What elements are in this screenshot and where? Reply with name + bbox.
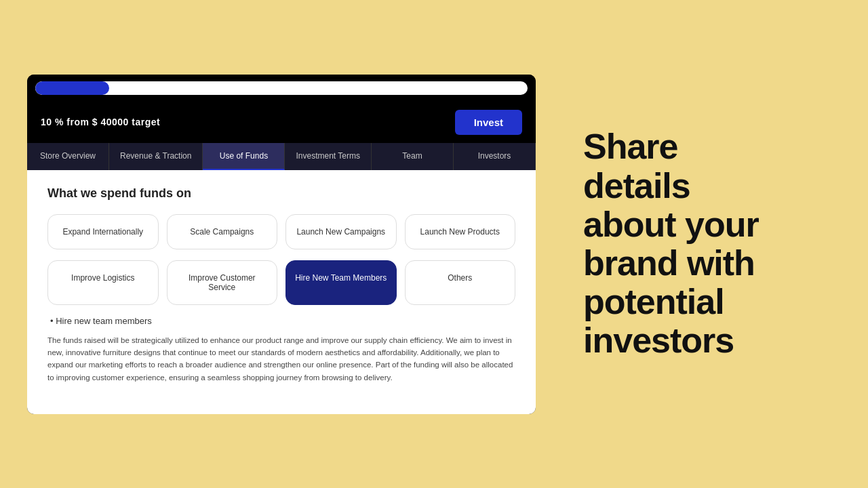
main-content: What we spend funds on Expand Internatio… — [27, 170, 536, 414]
fund-item-improve-logistics[interactable]: Improve Logistics — [47, 260, 159, 305]
fund-item-expand-internationally[interactable]: Expand Internationally — [47, 214, 159, 249]
fund-grid-row1: Expand Internationally Scale Campaigns L… — [47, 214, 515, 249]
tab-team[interactable]: Team — [372, 143, 454, 170]
browser-window: 10 % from $ 40000 target Invest Store Ov… — [27, 75, 536, 414]
funding-info: 10 % from $ 40000 target — [41, 117, 160, 127]
fund-grid-row2: Improve Logistics Improve Customer Servi… — [47, 260, 515, 305]
description-text: The funds raised will be strategically u… — [47, 334, 515, 384]
left-panel: 10 % from $ 40000 target Invest Store Ov… — [27, 75, 542, 414]
fund-item-scale-campaigns[interactable]: Scale Campaigns — [167, 214, 278, 249]
progress-bar-container — [35, 81, 528, 95]
fund-item-improve-customer-service[interactable]: Improve Customer Service — [167, 260, 278, 305]
browser-bar — [27, 75, 536, 102]
fund-item-hire-new-team[interactable]: Hire New Team Members — [285, 260, 397, 305]
tagline-line6: investors — [583, 321, 734, 360]
fund-item-launch-new-campaigns[interactable]: Launch New Campaigns — [285, 214, 397, 249]
tab-investment-terms[interactable]: Investment Terms — [285, 143, 371, 170]
tagline-line1: Share — [583, 127, 678, 166]
progress-bar-fill — [35, 81, 109, 95]
invest-button[interactable]: Invest — [455, 110, 522, 135]
tab-investors[interactable]: Investors — [454, 143, 536, 170]
nav-tabs: Store Overview Revenue & Traction Use of… — [27, 143, 536, 170]
tagline: Share details about your brand with pote… — [583, 127, 759, 360]
tab-revenue-traction[interactable]: Revenue & Traction — [109, 143, 203, 170]
funding-header: 10 % from $ 40000 target Invest — [27, 102, 536, 143]
right-panel: Share details about your brand with pote… — [542, 127, 841, 360]
fund-item-others[interactable]: Others — [405, 260, 516, 305]
tagline-line5: potential — [583, 282, 724, 321]
tab-store-overview[interactable]: Store Overview — [27, 143, 109, 170]
bullet-point: • Hire new team members — [47, 316, 515, 326]
tagline-line2: details — [583, 166, 690, 205]
tagline-line4: brand with — [583, 243, 755, 283]
tagline-line3: about your — [583, 205, 759, 244]
fund-item-launch-new-products[interactable]: Launch New Products — [405, 214, 516, 249]
section-title: What we spend funds on — [47, 186, 515, 201]
tab-use-of-funds[interactable]: Use of Funds — [203, 143, 285, 170]
